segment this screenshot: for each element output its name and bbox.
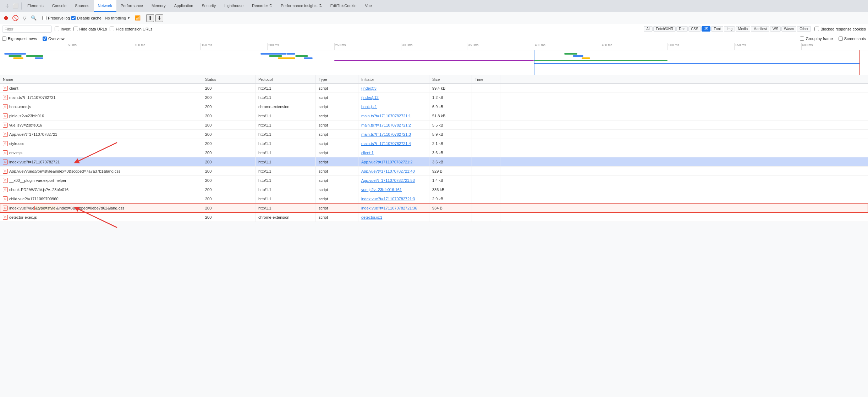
- filter-manifest-button[interactable]: Manifest: [751, 26, 769, 32]
- blocked-cookies-label[interactable]: Blocked response cookies: [814, 27, 866, 31]
- table-row[interactable]: ⊡child.vue?t=1711069700960200http/1.1scr…: [0, 194, 868, 203]
- device-icon[interactable]: ⬜: [12, 2, 19, 10]
- screenshots-label[interactable]: Screenshots: [839, 37, 866, 41]
- tab-editthiscookie[interactable]: EditThisCookie: [326, 0, 361, 12]
- filter-all-button[interactable]: All: [644, 26, 653, 32]
- tab-application[interactable]: Application: [170, 0, 198, 12]
- filter-fetch-button[interactable]: Fetch/XHR: [653, 26, 676, 32]
- table-row[interactable]: ⊡main.ts?t=1711070782721200http/1.1scrip…: [0, 93, 868, 102]
- td-initiator[interactable]: main.ts?t=1711070782721:3: [358, 130, 429, 139]
- tab-vue[interactable]: Vue: [361, 0, 376, 12]
- table-row[interactable]: ⊡chunk-PD2AWGJV.js?v=23bfe016200http/1.1…: [0, 185, 868, 194]
- hide-ext-urls-label[interactable]: Hide extension URLs: [110, 27, 152, 31]
- initiator-link[interactable]: hook.js:1: [361, 105, 377, 109]
- tab-elements[interactable]: Elements: [23, 0, 48, 12]
- table-row[interactable]: ⊡index.vue?vue&type=style&index=0&scoped…: [0, 203, 868, 213]
- th-name[interactable]: Name: [0, 75, 202, 83]
- filter-js-button[interactable]: JS: [702, 26, 711, 32]
- filter-wasm-button[interactable]: Wasm: [781, 26, 796, 32]
- td-initiator[interactable]: index.vue?t=1711070782721:36: [358, 203, 429, 212]
- blocked-cookies-checkbox[interactable]: [814, 27, 819, 31]
- table-row[interactable]: ⊡style.css200http/1.1scriptmain.ts?t=171…: [0, 139, 868, 148]
- table-row[interactable]: ⊡index.vue?t=1711070782721200http/1.1scr…: [0, 157, 868, 167]
- initiator-link[interactable]: main.ts?t=1711070782721:2: [361, 123, 411, 127]
- table-row[interactable]: ⊡hook-exec.js200chrome-extensionscriptho…: [0, 102, 868, 111]
- filter-doc-button[interactable]: Doc: [676, 26, 688, 32]
- tab-performance[interactable]: Performance: [116, 0, 147, 12]
- th-type[interactable]: Type: [316, 75, 358, 83]
- td-initiator[interactable]: hook.js:1: [358, 102, 429, 111]
- initiator-link[interactable]: main.ts?t=1711070782721:4: [361, 141, 411, 146]
- tab-security[interactable]: Security: [197, 0, 220, 12]
- initiator-link[interactable]: App.vue?t=1711070782721:40: [361, 169, 415, 173]
- td-initiator[interactable]: index.vue?t=1711070782721:3: [358, 194, 429, 203]
- big-request-rows-checkbox[interactable]: [2, 37, 6, 41]
- initiator-link[interactable]: (index):3: [361, 86, 377, 90]
- overview-label[interactable]: Overview: [43, 37, 65, 41]
- initiator-link[interactable]: vue.js?v=23bfe016:161: [361, 188, 402, 192]
- initiator-link[interactable]: main.ts?t=1711070782721:3: [361, 132, 411, 136]
- big-request-rows-label[interactable]: Big request rows: [2, 37, 37, 41]
- td-initiator[interactable]: (index):12: [358, 93, 429, 102]
- tab-console[interactable]: Console: [48, 0, 71, 12]
- hide-ext-urls-checkbox[interactable]: [110, 27, 114, 31]
- td-initiator[interactable]: main.ts?t=1711070782721:1: [358, 111, 429, 120]
- table-row[interactable]: ⊡client200http/1.1script(index):399.4 kB: [0, 84, 868, 93]
- tab-sources[interactable]: Sources: [71, 0, 93, 12]
- timeline[interactable]: 50 ms100 ms150 ms200 ms250 ms300 ms350 m…: [0, 43, 868, 75]
- invert-checkbox[interactable]: [55, 27, 59, 31]
- preserve-log-checkbox[interactable]: [42, 16, 46, 20]
- initiator-link[interactable]: index.vue?t=1711070782721:3: [361, 197, 415, 201]
- initiator-link[interactable]: index.vue?t=1711070782721:36: [361, 206, 417, 210]
- filter-font-button[interactable]: Font: [711, 26, 723, 32]
- td-initiator[interactable]: detector.js:1: [358, 213, 429, 222]
- export-button[interactable]: ⬇: [155, 14, 163, 22]
- table-row[interactable]: ⊡vue.js?v=23bfe016200http/1.1scriptmain.…: [0, 121, 868, 130]
- filter-input[interactable]: [2, 26, 52, 33]
- initiator-link[interactable]: App.vue?t=1711070782721:53: [361, 178, 415, 183]
- td-initiator[interactable]: vue.js?v=23bfe016:161: [358, 185, 429, 194]
- tab-lighthouse[interactable]: Lighthouse: [220, 0, 248, 12]
- filter-ws-button[interactable]: WS: [770, 26, 781, 32]
- inspect-icon[interactable]: ⊹: [4, 2, 11, 10]
- td-initiator[interactable]: (index):3: [358, 84, 429, 93]
- clear-button[interactable]: 🚫: [11, 14, 19, 22]
- table-row[interactable]: ⊡env.mjs200http/1.1scriptclient:13.6 kB: [0, 148, 868, 157]
- td-initiator[interactable]: App.vue?t=1711070782721:40: [358, 167, 429, 175]
- import-button[interactable]: ⬆: [146, 14, 154, 22]
- search-button[interactable]: 🔍: [30, 14, 38, 22]
- hide-data-urls-label[interactable]: Hide data URLs: [73, 27, 107, 31]
- table-row[interactable]: ⊡App.vue?t=1711070782721200http/1.1scrip…: [0, 130, 868, 139]
- td-initiator[interactable]: App.vue?t=1711070782721:2: [358, 157, 429, 166]
- record-button[interactable]: ⏺: [2, 14, 10, 22]
- td-initiator[interactable]: main.ts?t=1711070782721:2: [358, 121, 429, 129]
- initiator-link[interactable]: (index):12: [361, 95, 379, 100]
- tab-memory[interactable]: Memory: [147, 0, 170, 12]
- screenshots-checkbox[interactable]: [839, 37, 843, 41]
- throttle-selector[interactable]: No throttling ▼: [103, 15, 132, 21]
- group-by-frame-label[interactable]: Group by frame: [800, 37, 833, 41]
- initiator-link[interactable]: main.ts?t=1711070782721:1: [361, 114, 411, 118]
- network-conditions-button[interactable]: 📶: [134, 14, 142, 22]
- initiator-link[interactable]: detector.js:1: [361, 215, 382, 219]
- filter-media-button[interactable]: Media: [736, 26, 750, 32]
- table-row[interactable]: ⊡__x00__plugin-vue:export-helper200http/…: [0, 176, 868, 185]
- td-initiator[interactable]: client:1: [358, 148, 429, 157]
- table-row[interactable]: ⊡App.vue?vue&type=style&index=0&scoped=7…: [0, 167, 868, 176]
- tab-performance-insights[interactable]: Performance insights ⚗: [276, 0, 326, 12]
- filter-button[interactable]: ▽: [21, 14, 28, 22]
- hide-data-urls-checkbox[interactable]: [73, 27, 78, 31]
- filter-other-button[interactable]: Other: [797, 26, 811, 32]
- th-status[interactable]: Status: [202, 75, 256, 83]
- table-row[interactable]: ⊡pinia.js?v=23bfe016200http/1.1scriptmai…: [0, 111, 868, 121]
- th-initiator[interactable]: Initiator: [358, 75, 429, 83]
- th-size[interactable]: Size: [429, 75, 472, 83]
- td-initiator[interactable]: main.ts?t=1711070782721:4: [358, 139, 429, 148]
- invert-label[interactable]: Invert: [55, 27, 71, 31]
- td-initiator[interactable]: App.vue?t=1711070782721:53: [358, 176, 429, 185]
- tab-network[interactable]: Network: [94, 0, 116, 12]
- initiator-link[interactable]: client:1: [361, 151, 374, 155]
- tab-recorder[interactable]: Recorder ⚗: [248, 0, 276, 12]
- th-protocol[interactable]: Protocol: [256, 75, 316, 83]
- disable-cache-label[interactable]: Disable cache: [71, 16, 101, 20]
